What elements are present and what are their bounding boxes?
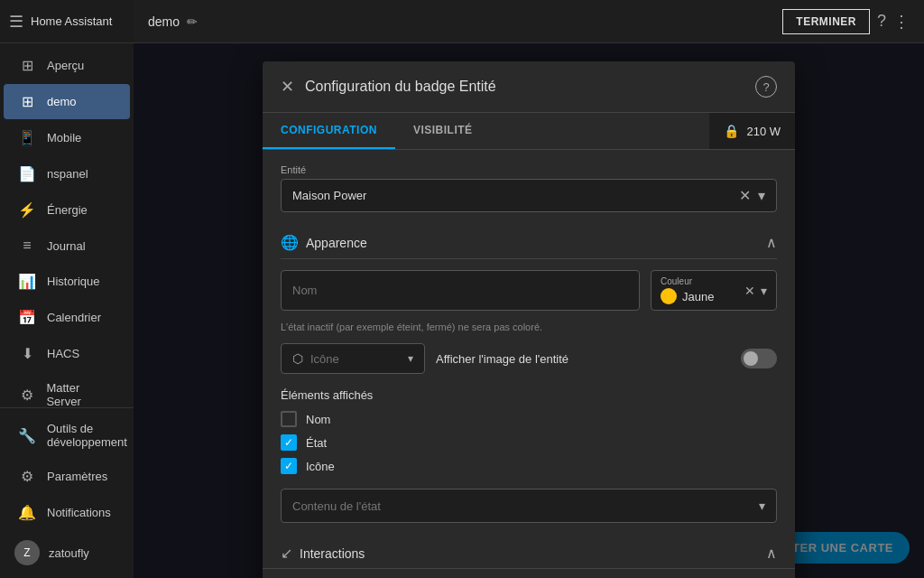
sidebar-item-label: nspanel bbox=[47, 167, 88, 181]
sidebar-item-label: Aperçu bbox=[47, 59, 84, 72]
show-image-toggle[interactable] bbox=[741, 349, 777, 368]
entity-value: Maison Power bbox=[292, 189, 366, 202]
checkbox-nom: Nom bbox=[281, 411, 777, 427]
more-menu-icon[interactable]: ⋮ bbox=[893, 12, 910, 32]
icon-select-arrow: ▾ bbox=[408, 352, 413, 365]
username: zatoufly bbox=[49, 546, 89, 560]
nom-checkbox[interactable] bbox=[281, 411, 297, 427]
contenu-etat-label: Contenu de l'état bbox=[292, 499, 381, 513]
etat-checkbox[interactable] bbox=[281, 434, 297, 451]
topbar-actions: TERMINER ? ⋮ bbox=[782, 9, 910, 34]
dropdown-icon[interactable]: ▾ bbox=[758, 187, 765, 204]
contenu-dropdown-icon: ▾ bbox=[759, 499, 765, 513]
sidebar-user[interactable]: Z zatoufly bbox=[0, 531, 134, 574]
sidebar-item-energie[interactable]: ⚡ Énergie bbox=[4, 192, 130, 228]
app-title: Home Assistant bbox=[31, 14, 112, 28]
color-value: Jaune bbox=[682, 290, 737, 303]
sidebar-item-label: Journal bbox=[47, 239, 86, 253]
icon-toggle-row: ⬡ Icône ▾ Afficher l'image de l'entité bbox=[281, 343, 777, 374]
dialog-tabs: CONFIGURATION VISIBILITÉ 🔒 210 W bbox=[263, 113, 795, 150]
appearance-name-color-row: Couleur Jaune ✕ ▾ bbox=[281, 270, 777, 311]
badge-preview: 🔒 210 W bbox=[709, 113, 795, 149]
checkbox-icone: Icône bbox=[281, 458, 777, 474]
tab-configuration[interactable]: CONFIGURATION bbox=[263, 113, 395, 149]
appearance-section-header[interactable]: 🌐 Apparence ∧ bbox=[281, 227, 777, 259]
sidebar-item-parametres[interactable]: ⚙ Paramètres bbox=[4, 459, 130, 494]
toggle-label: Afficher l'image de l'entité bbox=[436, 352, 730, 366]
sidebar-item-demo[interactable]: ⊞ demo bbox=[4, 84, 130, 119]
main-content: + AJOUTER UNE CARTE ✕ Configuration du b… bbox=[134, 43, 924, 578]
contenu-etat-select[interactable]: Contenu de l'état ▾ bbox=[281, 489, 777, 523]
calendrier-icon: 📅 bbox=[18, 309, 36, 326]
sidebar-item-notifications[interactable]: 🔔 Notifications bbox=[4, 495, 130, 530]
sidebar-item-label: Calendrier bbox=[47, 311, 101, 324]
help-icon[interactable]: ? bbox=[877, 12, 886, 31]
sidebar-item-matter[interactable]: ⚙ Matter Server bbox=[4, 372, 130, 407]
sidebar-item-apercu[interactable]: ⊞ Aperçu bbox=[4, 48, 130, 83]
dialog-help-icon[interactable]: ? bbox=[755, 76, 777, 98]
close-icon[interactable]: ✕ bbox=[281, 77, 294, 97]
icone-checkbox[interactable] bbox=[281, 458, 297, 474]
sidebar-item-historique[interactable]: 📊 Historique bbox=[4, 264, 130, 299]
name-input[interactable] bbox=[281, 270, 640, 311]
entity-field: Entité Maison Power ✕ ▾ bbox=[281, 164, 777, 212]
parametres-icon: ⚙ bbox=[18, 468, 36, 485]
dialog-title: Configuration du badge Entité bbox=[305, 79, 744, 95]
appearance-icon: 🌐 bbox=[281, 234, 299, 251]
icon-select[interactable]: ⬡ Icône ▾ bbox=[281, 343, 425, 374]
mobile-icon: 📱 bbox=[18, 129, 36, 146]
hacs-icon: ⬇ bbox=[18, 345, 36, 362]
entity-input-icons: ✕ ▾ bbox=[739, 187, 765, 204]
color-hint: L'état inactif (par exemple éteint, ferm… bbox=[281, 322, 777, 332]
sidebar-item-calendrier[interactable]: 📅 Calendrier bbox=[4, 300, 130, 335]
sidebar-item-mobile[interactable]: 📱 Mobile bbox=[4, 120, 130, 155]
sidebar-item-nspanel[interactable]: 📄 nspanel bbox=[4, 156, 130, 191]
interactions-title: Interactions bbox=[300, 546, 759, 561]
etat-label: État bbox=[306, 436, 327, 450]
edit-icon[interactable]: ✏ bbox=[187, 14, 198, 29]
color-field-icons: ✕ ▾ bbox=[744, 284, 767, 298]
nom-label: Nom bbox=[306, 413, 330, 426]
sidebar-item-hacs[interactable]: ⬇ HACS bbox=[4, 336, 130, 371]
icone-label: Icône bbox=[306, 460, 335, 473]
demo-icon: ⊞ bbox=[18, 93, 36, 110]
menu-icon[interactable]: ☰ bbox=[9, 12, 23, 32]
appearance-chevron: ∧ bbox=[766, 234, 777, 251]
sidebar-item-journal[interactable]: ≡ Journal bbox=[4, 228, 130, 263]
historique-icon: 📊 bbox=[18, 273, 36, 290]
topbar-tab-label: demo bbox=[148, 14, 180, 29]
color-clear-icon[interactable]: ✕ bbox=[744, 284, 755, 298]
sidebar-nav: ⊞ Aperçu ⊞ demo 📱 Mobile 📄 nspanel ⚡ Éne… bbox=[0, 43, 134, 407]
clear-icon[interactable]: ✕ bbox=[739, 187, 751, 204]
checkbox-etat: État bbox=[281, 434, 777, 451]
sidebar-item-label: Notifications bbox=[47, 506, 111, 519]
overview-icon: ⊞ bbox=[18, 57, 36, 74]
interactions-icon: ↙ bbox=[281, 545, 292, 562]
matter-icon: ⚙ bbox=[18, 387, 35, 404]
terminer-button[interactable]: TERMINER bbox=[782, 9, 870, 34]
color-field[interactable]: Couleur Jaune ✕ ▾ bbox=[651, 270, 777, 311]
color-dropdown-icon[interactable]: ▾ bbox=[761, 284, 767, 298]
color-label: Couleur bbox=[661, 276, 737, 286]
sidebar-item-label: Mobile bbox=[47, 131, 81, 144]
sidebar-item-outils[interactable]: 🔧 Outils de développement bbox=[4, 413, 130, 458]
sidebar-item-label: HACS bbox=[47, 347, 79, 360]
interactions-section-header[interactable]: ↙ Interactions ∧ bbox=[281, 537, 777, 568]
sidebar-item-label: Outils de développement bbox=[47, 422, 127, 449]
outils-icon: 🔧 bbox=[18, 427, 36, 444]
avatar: Z bbox=[14, 540, 40, 565]
journal-icon: ≡ bbox=[18, 238, 36, 254]
entity-label: Entité bbox=[281, 164, 777, 175]
entity-input[interactable]: Maison Power ✕ ▾ bbox=[281, 179, 777, 212]
topbar: demo ✏ TERMINER ? ⋮ bbox=[134, 0, 924, 43]
entity-badge-dialog: ✕ Configuration du badge Entité ? CONFIG… bbox=[263, 61, 795, 578]
nspanel-icon: 📄 bbox=[18, 165, 36, 182]
icon-select-label: Icône bbox=[310, 352, 401, 366]
elements-section: Éléments affichés Nom État Icône bbox=[281, 388, 777, 474]
sidebar-header: ☰ Home Assistant bbox=[0, 0, 134, 43]
sidebar-item-label: Matter Server bbox=[46, 381, 116, 407]
dialog-header: ✕ Configuration du badge Entité ? bbox=[263, 61, 795, 113]
tab-visibilite[interactable]: VISIBILITÉ bbox=[395, 113, 491, 149]
icon-select-icon: ⬡ bbox=[292, 351, 303, 366]
color-circle bbox=[661, 288, 677, 304]
